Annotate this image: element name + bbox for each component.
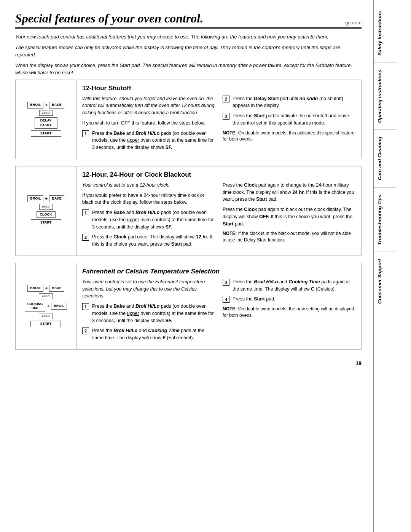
key-hilo-4: Hi/Lo	[39, 313, 53, 319]
step-temp-4: 4 Press the Start pad.	[223, 296, 355, 303]
left-temp: Your oven control is set to use the Fahr…	[82, 278, 215, 345]
diagram-temp: Broil + Bake Hi/Lo CookingTime + Broil	[16, 263, 76, 349]
step-clock-text-2: Press the Clock pad once. The display wi…	[92, 233, 215, 248]
section-clock-blackout: Broil + Bake Hi/Lo Clock Start	[15, 166, 362, 256]
tab-operating[interactable]: Operating Instructions	[374, 62, 397, 129]
step-text-shutoff-1: Press the Bake and Broil Hi/Lo pads (on …	[92, 130, 215, 151]
key-cooking-time: CookingTime	[25, 301, 46, 312]
key-bake-3: Bake	[49, 285, 64, 292]
step-temp-num-1: 1	[82, 303, 89, 310]
clock-right-para-2: Press the Clock pad again to black out t…	[223, 206, 355, 227]
key-broil-2: Broil	[27, 195, 43, 202]
intro-para-3: When the display shows your choice, pres…	[15, 62, 362, 77]
step-shutoff-3: 3 Press the Start pad to activate the no…	[223, 112, 355, 127]
step-temp-num-3: 3	[223, 279, 229, 286]
key-bake-1: Bake	[49, 102, 64, 109]
key-start-3: Start	[30, 321, 61, 328]
desc-clock: If you would prefer to have a 24-hour mi…	[82, 192, 215, 206]
key-broil-3: Broil	[27, 285, 43, 292]
key-hilo-3: Hi/Lo	[39, 293, 53, 299]
step-num-1: 1	[82, 130, 89, 137]
diagram-clock-blackout: Broil + Bake Hi/Lo Clock Start	[16, 166, 76, 256]
keypad-shutoff: Broil + Bake Hi/Lo DelayStart Start	[27, 102, 64, 137]
section-temp-selection: Broil + Bake Hi/Lo CookingTime + Broil	[15, 263, 362, 350]
right-clock-blackout: Press the Clock pad again to change to t…	[223, 182, 355, 251]
key-hilo-2: Hi/Lo	[39, 204, 53, 210]
step-temp-text-1: Press the Bake and Broil Hi/Lo pads (on …	[92, 303, 215, 324]
key-clock: Clock	[37, 211, 56, 218]
step-temp-text-4: Press the Start pad.	[233, 296, 276, 303]
diagram-hour-shutoff: Broil + Bake Hi/Lo DelayStart Start	[16, 80, 76, 159]
clock-right-para-1: Press the Clock pad again to change to t…	[223, 182, 355, 203]
title-temp: Fahrenheit or Celsius Temperature Select…	[82, 268, 355, 275]
desc-italic-shutoff: With this feature, should you forget and…	[82, 95, 215, 117]
main-content: Special features of your oven control. g…	[0, 0, 373, 532]
step-temp-1: 1 Press the Bake and Broil Hi/Lo pads (o…	[82, 303, 215, 324]
right-temp: 3 Press the Broil Hi/Lo and Cooking Time…	[223, 278, 355, 345]
keypad-clock: Broil + Bake Hi/Lo Clock Start	[27, 195, 64, 226]
step-temp-text-3: Press the Broil Hi/Lo and Cooking Time p…	[233, 278, 355, 293]
key-hilo-1: Hi/Lo	[39, 110, 53, 116]
step-text-shutoff-3: Press the Start pad to activate the no s…	[233, 112, 355, 127]
step-temp-text-2: Press the Broil Hi/Lo and Cooking Time p…	[92, 327, 215, 342]
desc-italic-clock: Your control is set to use a 12-hour clo…	[82, 182, 215, 189]
side-tab: Safety Instructions Operating Instructio…	[373, 0, 397, 532]
intro-para-1: Your new touch pad control has additiona…	[15, 33, 362, 41]
key-broil-4: Broil	[51, 303, 67, 310]
step-shutoff-2: 2 Press the Delay Start pad until no shd…	[223, 95, 355, 110]
keypad-temp: Broil + Bake Hi/Lo CookingTime + Broil	[25, 285, 67, 327]
step-temp-3: 3 Press the Broil Hi/Lo and Cooking Time…	[223, 278, 355, 293]
note-shutoff: NOTE: On double oven models, this activa…	[223, 130, 355, 143]
step-temp-2: 2 Press the Broil Hi/Lo and Cooking Time…	[82, 327, 215, 342]
right-hour-shutoff: 2 Press the Delay Start pad until no shd…	[223, 95, 355, 154]
left-clock-blackout: Your control is set to use a 12-hour clo…	[82, 182, 215, 251]
step-clock-num-1: 1	[82, 209, 89, 216]
plus-2: +	[45, 196, 48, 201]
section-hour-shutoff: Broil + Bake Hi/Lo DelayStart Start	[15, 80, 362, 159]
step-clock-num-2: 2	[82, 234, 89, 241]
page-title: Special features of your oven control.	[15, 11, 203, 26]
desc-italic-temp: Your oven control is set to use the Fahr…	[82, 278, 215, 300]
key-delay-start: DelayStart	[35, 117, 57, 128]
page-header: Special features of your oven control. g…	[15, 11, 362, 29]
key-broil-1: Broil	[27, 102, 43, 109]
tab-safety[interactable]: Safety Instructions	[374, 4, 397, 62]
website-label: ge.com	[345, 20, 362, 26]
intro-para-2: The special feature modes can only be ac…	[15, 44, 362, 59]
plus-1: +	[45, 102, 48, 108]
step-clock-2: 2 Press the Clock pad once. The display …	[82, 233, 215, 248]
step-temp-num-4: 4	[223, 296, 229, 303]
plus-3: +	[45, 286, 48, 291]
step-text-shutoff-2: Press the Delay Start pad until no shdn …	[233, 95, 355, 110]
key-bake-2: Bake	[49, 195, 64, 202]
tab-consumer[interactable]: Consumer Support	[374, 252, 397, 311]
tab-troubleshooting[interactable]: Troubleshooting Tips	[374, 187, 397, 252]
title-clock-blackout: 12-Hour, 24-Hour or Clock Blackout	[82, 171, 355, 179]
plus-4: +	[47, 304, 49, 309]
tab-care[interactable]: Care and Cleaning	[374, 129, 397, 187]
left-hour-shutoff: With this feature, should you forget and…	[82, 95, 215, 154]
desc-shutoff: If you wish to turn OFF this feature, fo…	[82, 120, 215, 127]
step-shutoff-1: 1 Press the Bake and Broil Hi/Lo pads (o…	[82, 130, 215, 151]
step-num-3: 3	[223, 113, 229, 120]
step-temp-num-2: 2	[82, 328, 89, 334]
page-number: 19	[15, 356, 362, 370]
note-clock: NOTE: If the clock is in the black-out m…	[223, 230, 355, 243]
key-start-1: Start	[31, 130, 61, 137]
key-start-2: Start	[31, 219, 61, 226]
body-clock-blackout: 12-Hour, 24-Hour or Clock Blackout Your …	[76, 166, 361, 256]
step-clock-text-1: Press the Bake and Broil Hi/Lo pads (on …	[92, 209, 215, 230]
note-temp: NOTE: On double oven models, the new set…	[223, 306, 355, 319]
step-num-2: 2	[223, 96, 229, 102]
title-hour-shutoff: 12-Hour Shutoff	[82, 85, 355, 92]
page-wrapper: Special features of your oven control. g…	[0, 0, 411, 532]
step-clock-1: 1 Press the Bake and Broil Hi/Lo pads (o…	[82, 209, 215, 230]
body-temp-selection: Fahrenheit or Celsius Temperature Select…	[76, 263, 361, 349]
body-hour-shutoff: 12-Hour Shutoff With this feature, shoul…	[76, 80, 361, 159]
